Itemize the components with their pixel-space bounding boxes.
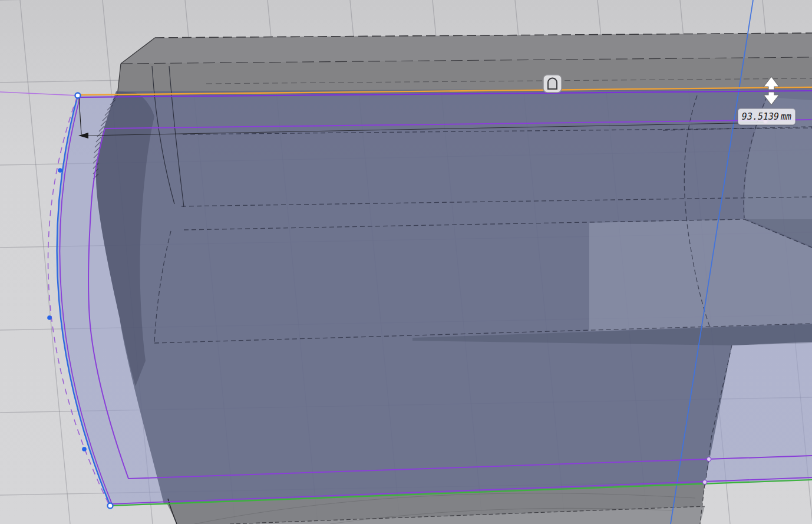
tangent-constraint-icon bbox=[548, 78, 557, 89]
dimension-value-tooltip[interactable]: 93.5139 mm bbox=[738, 108, 796, 125]
shelf-top-light bbox=[589, 219, 812, 331]
viewport-canvas[interactable] bbox=[0, 0, 812, 524]
sketch-point-purple-right-2[interactable] bbox=[702, 480, 707, 484]
constraint-badge[interactable] bbox=[543, 75, 562, 93]
sketch-point-spline-2[interactable] bbox=[47, 315, 52, 320]
sketch-point-spline-1[interactable] bbox=[58, 168, 62, 173]
body-section[interactable] bbox=[96, 66, 812, 504]
dimension-value: 93.5139 bbox=[742, 111, 779, 122]
sketch-point-endpoint-bottom[interactable] bbox=[108, 503, 113, 509]
sketch-point-spline-3[interactable] bbox=[82, 447, 87, 452]
body-top-cap[interactable] bbox=[117, 33, 812, 96]
cad-viewport[interactable]: 93.5139 mm bbox=[0, 0, 812, 524]
dimension-unit: mm bbox=[781, 111, 791, 122]
sketch-point-purple-right-1[interactable] bbox=[707, 457, 711, 461]
sketch-line-violet-extension[interactable] bbox=[0, 92, 78, 95]
sketch-point-endpoint-top[interactable] bbox=[75, 93, 81, 98]
